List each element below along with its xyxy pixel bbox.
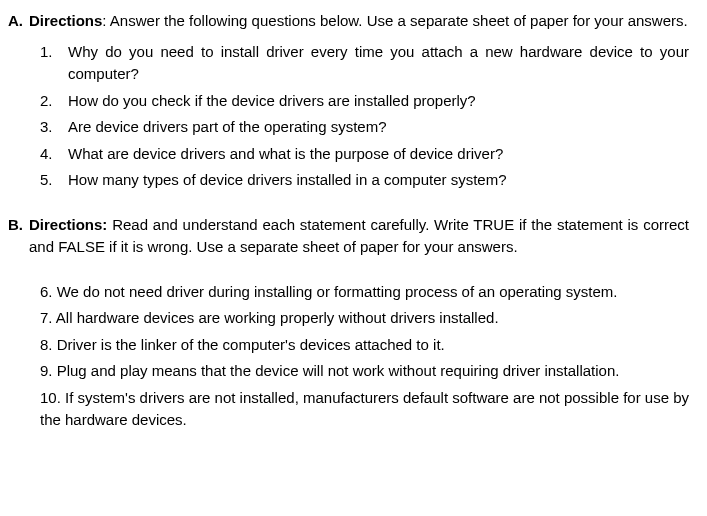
question-item: 4. What are device drivers and what is t… bbox=[40, 143, 689, 166]
question-text: How many types of device drivers install… bbox=[68, 169, 689, 192]
section-b: B. Directions: Read and understand each … bbox=[8, 214, 689, 432]
question-text: How do you check if the device drivers a… bbox=[68, 90, 689, 113]
tf-item: 8. Driver is the linker of the computer'… bbox=[40, 334, 689, 357]
question-number: 1. bbox=[40, 41, 62, 86]
question-number: 5. bbox=[40, 169, 62, 192]
section-a-questions: 1. Why do you need to install driver eve… bbox=[40, 41, 689, 192]
directions-text-b: Read and understand each statement caref… bbox=[29, 216, 689, 256]
question-item: 3. Are device drivers part of the operat… bbox=[40, 116, 689, 139]
directions-label-b: Directions: bbox=[29, 216, 107, 233]
tf-item: 10. If system's drivers are not installe… bbox=[40, 387, 689, 432]
section-a-header: A. Directions: Answer the following ques… bbox=[8, 10, 689, 33]
section-b-directions: Directions: Read and understand each sta… bbox=[29, 216, 689, 256]
tf-item: 6. We do not need driver during installi… bbox=[40, 281, 689, 304]
tf-item: 9. Plug and play means that the device w… bbox=[40, 360, 689, 383]
question-text: Are device drivers part of the operating… bbox=[68, 116, 689, 139]
question-number: 2. bbox=[40, 90, 62, 113]
question-item: 1. Why do you need to install driver eve… bbox=[40, 41, 689, 86]
tf-item: 7. All hardware devices are working prop… bbox=[40, 307, 689, 330]
section-b-label: B. bbox=[8, 214, 23, 259]
question-item: 2. How do you check if the device driver… bbox=[40, 90, 689, 113]
question-text: What are device drivers and what is the … bbox=[68, 143, 689, 166]
section-a-label: A. bbox=[8, 10, 23, 33]
section-b-items: 6. We do not need driver during installi… bbox=[40, 281, 689, 432]
section-a-directions: Directions: Answer the following questio… bbox=[29, 12, 688, 29]
question-text: Why do you need to install driver every … bbox=[68, 41, 689, 86]
question-item: 5. How many types of device drivers inst… bbox=[40, 169, 689, 192]
directions-text-a: : Answer the following questions below. … bbox=[102, 12, 687, 29]
section-a: A. Directions: Answer the following ques… bbox=[8, 10, 689, 192]
question-number: 4. bbox=[40, 143, 62, 166]
section-b-header: B. Directions: Read and understand each … bbox=[8, 214, 689, 259]
question-number: 3. bbox=[40, 116, 62, 139]
directions-label-a: Directions bbox=[29, 12, 102, 29]
